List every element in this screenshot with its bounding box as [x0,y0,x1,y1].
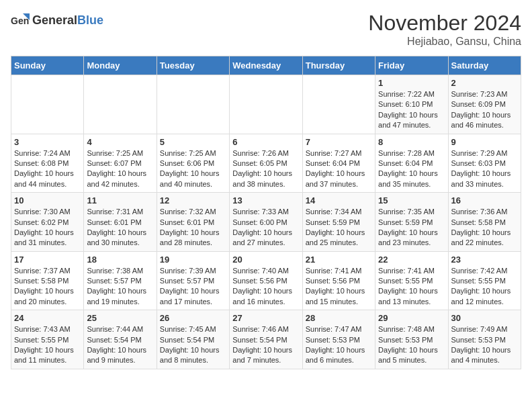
day-number: 28 [306,313,372,323]
day-number: 3 [14,137,81,147]
day-content: Sunrise: 7:49 AM Sunset: 5:53 PM Dayligh… [451,324,518,366]
day-cell: 29Sunrise: 7:48 AM Sunset: 5:53 PM Dayli… [375,310,448,369]
weekday-header-thursday: Thursday [302,56,375,75]
day-cell: 6Sunrise: 7:26 AM Sunset: 6:05 PM Daylig… [230,134,302,193]
day-content: Sunrise: 7:35 AM Sunset: 5:59 PM Dayligh… [378,207,445,248]
day-cell: 4Sunrise: 7:25 AM Sunset: 6:07 PM Daylig… [84,134,157,193]
day-content: Sunrise: 7:25 AM Sunset: 6:07 PM Dayligh… [87,148,153,190]
day-content: Sunrise: 7:48 AM Sunset: 5:53 PM Dayligh… [378,324,445,366]
day-content: Sunrise: 7:23 AM Sunset: 6:09 PM Dayligh… [451,89,518,131]
day-number: 7 [306,137,372,147]
day-cell: 9Sunrise: 7:29 AM Sunset: 6:03 PM Daylig… [448,134,521,193]
weekday-header-row: SundayMondayTuesdayWednesdayThursdayFrid… [11,56,521,75]
day-content: Sunrise: 7:31 AM Sunset: 6:01 PM Dayligh… [87,207,153,248]
logo-general-text: General [32,13,77,27]
day-cell: 22Sunrise: 7:41 AM Sunset: 5:55 PM Dayli… [375,251,448,310]
day-cell: 30Sunrise: 7:49 AM Sunset: 5:53 PM Dayli… [448,310,521,369]
day-cell: 27Sunrise: 7:46 AM Sunset: 5:54 PM Dayli… [230,310,302,369]
day-number: 21 [306,255,372,265]
day-cell: 19Sunrise: 7:39 AM Sunset: 5:57 PM Dayli… [157,251,229,310]
day-number: 1 [378,78,445,88]
day-number: 15 [378,195,445,205]
day-cell: 25Sunrise: 7:44 AM Sunset: 5:54 PM Dayli… [84,310,157,369]
day-content: Sunrise: 7:41 AM Sunset: 5:56 PM Dayligh… [306,266,372,308]
day-cell: 24Sunrise: 7:43 AM Sunset: 5:55 PM Dayli… [11,310,84,369]
weekday-header-sunday: Sunday [11,56,84,75]
calendar-body: 1Sunrise: 7:22 AM Sunset: 6:10 PM Daylig… [11,75,521,369]
day-number: 26 [160,313,226,323]
day-cell: 18Sunrise: 7:38 AM Sunset: 5:57 PM Dayli… [84,251,157,310]
day-cell: 23Sunrise: 7:42 AM Sunset: 5:55 PM Dayli… [448,251,521,310]
weekday-header-saturday: Saturday [448,56,521,75]
day-content: Sunrise: 7:25 AM Sunset: 6:06 PM Dayligh… [160,148,226,190]
day-number: 17 [14,255,81,265]
day-cell [11,75,84,134]
day-cell: 16Sunrise: 7:36 AM Sunset: 5:58 PM Dayli… [448,193,521,252]
day-cell: 13Sunrise: 7:33 AM Sunset: 6:00 PM Dayli… [230,193,302,252]
day-content: Sunrise: 7:45 AM Sunset: 5:54 PM Dayligh… [160,324,226,366]
calendar-subtitle: Hejiabao, Gansu, China [368,36,521,48]
day-content: Sunrise: 7:28 AM Sunset: 6:04 PM Dayligh… [378,148,445,190]
title-block: November 2024 Hejiabao, Gansu, China [368,11,521,48]
week-row-5: 24Sunrise: 7:43 AM Sunset: 5:55 PM Dayli… [11,310,521,369]
day-cell: 20Sunrise: 7:40 AM Sunset: 5:56 PM Dayli… [230,251,302,310]
day-content: Sunrise: 7:46 AM Sunset: 5:54 PM Dayligh… [232,324,299,366]
day-content: Sunrise: 7:33 AM Sunset: 6:00 PM Dayligh… [232,207,299,248]
day-number: 5 [160,137,226,147]
day-cell: 10Sunrise: 7:30 AM Sunset: 6:02 PM Dayli… [11,193,84,252]
day-content: Sunrise: 7:42 AM Sunset: 5:55 PM Dayligh… [451,266,518,308]
page-header: Gen GeneralBlue November 2024 Hejiabao, … [11,11,521,48]
day-cell: 1Sunrise: 7:22 AM Sunset: 6:10 PM Daylig… [375,75,448,134]
day-number: 8 [378,137,445,147]
day-content: Sunrise: 7:32 AM Sunset: 6:01 PM Dayligh… [160,207,226,248]
day-cell: 11Sunrise: 7:31 AM Sunset: 6:01 PM Dayli… [84,193,157,252]
calendar-table: SundayMondayTuesdayWednesdayThursdayFrid… [11,56,521,369]
day-content: Sunrise: 7:30 AM Sunset: 6:02 PM Dayligh… [14,207,81,248]
day-number: 6 [232,137,299,147]
day-number: 13 [232,195,299,205]
day-cell: 28Sunrise: 7:47 AM Sunset: 5:53 PM Dayli… [302,310,375,369]
day-number: 12 [160,195,226,205]
weekday-header-friday: Friday [375,56,448,75]
svg-text:Gen: Gen [11,15,29,26]
day-number: 14 [306,195,372,205]
day-number: 16 [451,195,518,205]
day-content: Sunrise: 7:40 AM Sunset: 5:56 PM Dayligh… [232,266,299,308]
day-number: 29 [378,313,445,323]
day-content: Sunrise: 7:34 AM Sunset: 5:59 PM Dayligh… [306,207,372,248]
calendar-header: SundayMondayTuesdayWednesdayThursdayFrid… [11,56,521,75]
day-number: 22 [378,255,445,265]
day-content: Sunrise: 7:27 AM Sunset: 6:04 PM Dayligh… [306,148,372,190]
day-number: 9 [451,137,518,147]
day-cell: 14Sunrise: 7:34 AM Sunset: 5:59 PM Dayli… [302,193,375,252]
day-number: 2 [451,78,518,88]
day-cell: 3Sunrise: 7:24 AM Sunset: 6:08 PM Daylig… [11,134,84,193]
week-row-1: 1Sunrise: 7:22 AM Sunset: 6:10 PM Daylig… [11,75,521,134]
day-cell: 17Sunrise: 7:37 AM Sunset: 5:58 PM Dayli… [11,251,84,310]
day-cell: 7Sunrise: 7:27 AM Sunset: 6:04 PM Daylig… [302,134,375,193]
week-row-4: 17Sunrise: 7:37 AM Sunset: 5:58 PM Dayli… [11,251,521,310]
day-content: Sunrise: 7:24 AM Sunset: 6:08 PM Dayligh… [14,148,81,190]
day-cell: 15Sunrise: 7:35 AM Sunset: 5:59 PM Dayli… [375,193,448,252]
day-cell: 2Sunrise: 7:23 AM Sunset: 6:09 PM Daylig… [448,75,521,134]
day-content: Sunrise: 7:29 AM Sunset: 6:03 PM Dayligh… [451,148,518,190]
day-number: 18 [87,255,153,265]
day-cell: 26Sunrise: 7:45 AM Sunset: 5:54 PM Dayli… [157,310,229,369]
week-row-3: 10Sunrise: 7:30 AM Sunset: 6:02 PM Dayli… [11,193,521,252]
day-content: Sunrise: 7:22 AM Sunset: 6:10 PM Dayligh… [378,89,445,131]
day-cell: 12Sunrise: 7:32 AM Sunset: 6:01 PM Dayli… [157,193,229,252]
day-number: 23 [451,255,518,265]
weekday-header-tuesday: Tuesday [157,56,229,75]
day-number: 24 [14,313,81,323]
day-content: Sunrise: 7:37 AM Sunset: 5:58 PM Dayligh… [14,266,81,308]
day-number: 25 [87,313,153,323]
logo-icon: Gen [11,11,30,30]
logo: Gen GeneralBlue [11,11,103,30]
day-cell: 5Sunrise: 7:25 AM Sunset: 6:06 PM Daylig… [157,134,229,193]
day-content: Sunrise: 7:39 AM Sunset: 5:57 PM Dayligh… [160,266,226,308]
day-number: 20 [232,255,299,265]
day-cell [157,75,229,134]
day-number: 27 [232,313,299,323]
day-cell: 8Sunrise: 7:28 AM Sunset: 6:04 PM Daylig… [375,134,448,193]
weekday-header-wednesday: Wednesday [230,56,302,75]
